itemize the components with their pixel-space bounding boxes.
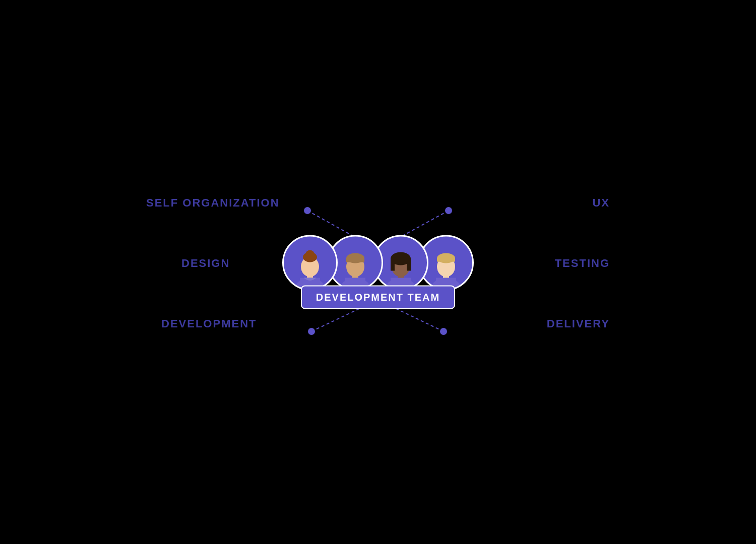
label-testing: TESTING (555, 257, 610, 270)
svg-point-7 (445, 207, 452, 214)
label-design: DESIGN (181, 257, 230, 270)
label-ux: UX (592, 196, 610, 210)
svg-rect-23 (346, 258, 364, 262)
svg-point-17 (305, 250, 314, 259)
label-delivery: DELIVERY (547, 317, 610, 330)
svg-rect-29 (391, 259, 395, 271)
svg-point-5 (308, 328, 315, 335)
svg-rect-30 (407, 259, 411, 271)
center-group: DEVELOPMENT TEAM (282, 235, 474, 309)
diagram-container: SELF ORGANIZATION DESIGN DEVELOPMENT UX … (151, 146, 605, 398)
svg-point-11 (440, 328, 447, 335)
svg-point-1 (304, 207, 311, 214)
dev-team-label: DEVELOPMENT TEAM (301, 286, 455, 309)
label-development-left: DEVELOPMENT (161, 317, 257, 330)
label-self-organization: SELF ORGANIZATION (146, 196, 280, 210)
avatar-1 (282, 235, 338, 291)
avatars-row (282, 235, 474, 291)
svg-rect-36 (437, 258, 455, 262)
